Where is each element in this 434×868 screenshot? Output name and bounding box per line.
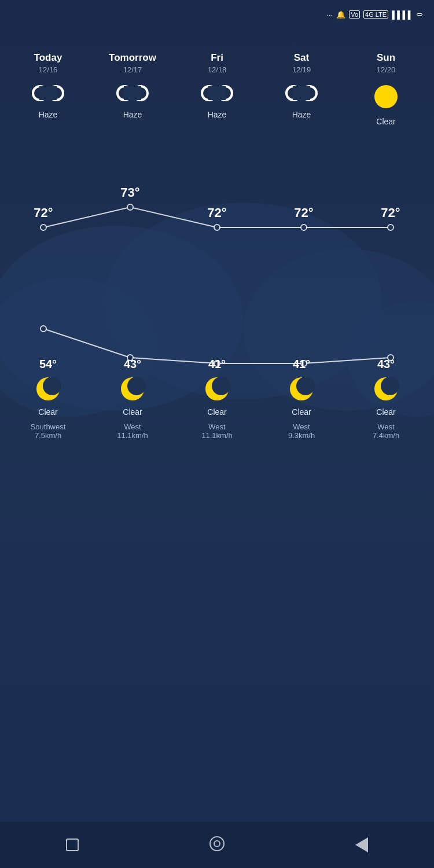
svg-point-38 <box>212 377 230 395</box>
svg-point-43 <box>210 837 224 851</box>
low-col-3: 41° ClearWest9.3km/h <box>259 358 344 440</box>
svg-rect-7 <box>39 86 57 100</box>
svg-point-44 <box>214 841 220 847</box>
moon-icon <box>288 376 315 402</box>
svg-point-22 <box>214 225 220 230</box>
square-icon <box>66 838 79 851</box>
wind-speed: 9.3km/h <box>288 431 315 440</box>
dots-icon: ··· <box>326 10 333 19</box>
low-col-0: 54° ClearSouthwest7.5km/h <box>6 358 90 440</box>
wind-speed: 7.4km/h <box>373 431 399 440</box>
moon-icon <box>119 376 146 402</box>
svg-text:72°: 72° <box>381 205 400 220</box>
high-temp-chart: 72°73°72°72°72° <box>0 138 434 323</box>
weather-icon <box>201 83 233 104</box>
low-temp: 54° <box>39 358 57 371</box>
day-date: 12/20 <box>377 65 396 74</box>
svg-point-18 <box>41 225 46 230</box>
svg-rect-16 <box>293 86 310 100</box>
weather-label: Haze <box>39 110 58 119</box>
low-temp-row: 54° ClearSouthwest7.5km/h43° ClearWest11… <box>6 358 428 440</box>
day-name: Today <box>34 52 62 64</box>
wind-direction: West <box>377 422 394 431</box>
weather-label: Haze <box>123 110 142 119</box>
sun-icon <box>372 83 400 111</box>
bell-icon: 🔔 <box>336 10 345 19</box>
moon-icon-container <box>373 376 399 404</box>
moon-icon-container <box>119 376 146 404</box>
wind-direction: West <box>124 422 141 431</box>
low-col-4: 43° ClearWest7.4km/h <box>344 358 428 440</box>
night-label: Clear <box>292 407 311 417</box>
svg-point-26 <box>388 225 393 230</box>
svg-rect-10 <box>124 86 141 100</box>
wind-speed: 11.1km/h <box>201 431 232 440</box>
haze-icon <box>285 83 318 104</box>
status-bar: ··· 🔔 Vo 4G LTE ▌▌▌▌ <box>0 0 434 29</box>
back-nav-button[interactable] <box>349 832 374 858</box>
circle-icon <box>209 836 225 854</box>
weather-icon <box>285 83 318 104</box>
wind-speed: 7.5km/h <box>35 431 61 440</box>
low-temp: 43° <box>124 358 141 371</box>
svg-point-24 <box>301 225 307 230</box>
weather-icon <box>372 83 400 111</box>
svg-point-34 <box>43 377 61 395</box>
svg-point-42 <box>381 377 399 395</box>
bottom-nav <box>0 822 434 868</box>
forecast-grid: Today12/16 HazeTomorrow12/17 HazeFri12/1… <box>0 46 434 132</box>
forecast-col-2: Fri12/18 Haze <box>175 46 259 132</box>
forecast-col-1: Tomorrow12/17 Haze <box>90 46 175 132</box>
night-label: Clear <box>38 407 57 417</box>
wind-direction: Southwest <box>31 422 66 431</box>
forecast-col-0: Today12/16 Haze <box>6 46 90 132</box>
moon-icon <box>373 376 399 402</box>
header <box>0 29 434 46</box>
day-date: 12/19 <box>292 65 311 74</box>
low-temp: 41° <box>208 358 226 371</box>
wind-direction: West <box>293 422 310 431</box>
wind-speed: 11.1km/h <box>117 431 148 440</box>
home-button[interactable] <box>60 832 85 858</box>
svg-point-40 <box>296 377 315 395</box>
low-section: 54° ClearSouthwest7.5km/h43° ClearWest11… <box>0 358 434 440</box>
weather-label: Clear <box>376 117 395 126</box>
low-temp: 41° <box>293 358 310 371</box>
day-name: Fri <box>211 52 223 64</box>
recents-button[interactable] <box>204 832 230 858</box>
moon-icon-container <box>204 376 230 404</box>
day-date: 12/16 <box>39 65 58 74</box>
moon-icon <box>35 376 61 402</box>
haze-icon <box>201 83 233 104</box>
night-label: Clear <box>376 407 395 417</box>
lte-icon: 4G LTE <box>363 10 388 19</box>
vo-icon: Vo <box>349 10 360 19</box>
haze-icon <box>116 83 149 104</box>
night-label: Clear <box>123 407 142 417</box>
day-name: Sun <box>377 52 395 64</box>
status-icons: ··· 🔔 Vo 4G LTE ▌▌▌▌ <box>326 10 422 19</box>
svg-rect-13 <box>208 86 226 100</box>
day-name: Tomorrow <box>109 52 156 64</box>
day-date: 12/17 <box>123 65 142 74</box>
day-name: Sat <box>294 52 309 64</box>
svg-point-17 <box>374 85 398 108</box>
svg-text:72°: 72° <box>294 205 313 220</box>
svg-point-36 <box>127 377 146 395</box>
signal-icon: ▌▌▌▌ <box>392 10 413 19</box>
triangle-icon <box>355 837 368 852</box>
weather-label: Haze <box>292 110 311 119</box>
low-col-2: 41° ClearWest11.1km/h <box>175 358 259 440</box>
low-temp: 43° <box>377 358 395 371</box>
svg-text:73°: 73° <box>120 185 139 200</box>
svg-point-20 <box>127 204 133 210</box>
svg-point-28 <box>41 326 46 332</box>
weather-icon <box>116 83 149 104</box>
svg-text:72°: 72° <box>34 205 53 220</box>
battery-icon <box>417 13 422 16</box>
weather-label: Haze <box>208 110 227 119</box>
svg-text:72°: 72° <box>207 205 226 220</box>
low-col-1: 43° ClearWest11.1km/h <box>90 358 175 440</box>
day-date: 12/18 <box>208 65 227 74</box>
moon-icon <box>204 376 230 402</box>
